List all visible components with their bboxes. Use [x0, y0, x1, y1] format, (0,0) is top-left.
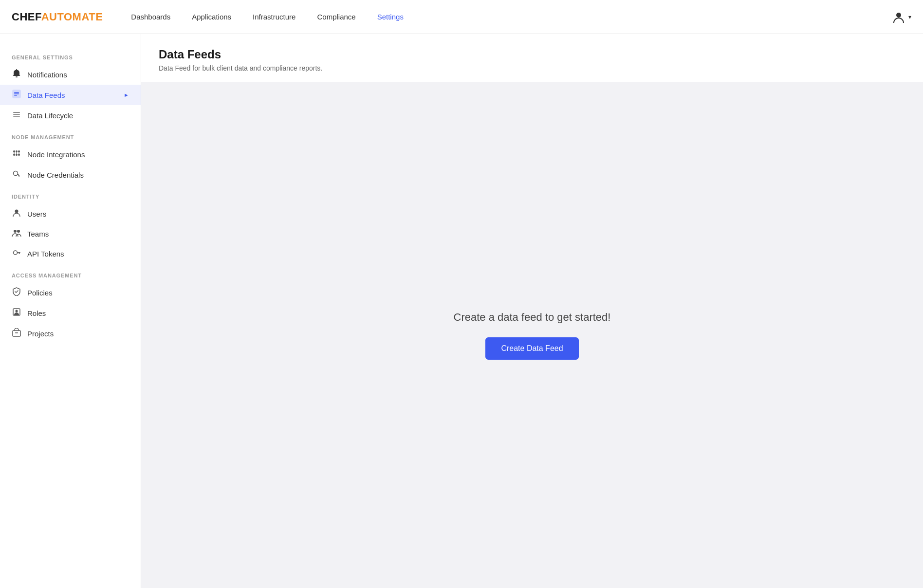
sidebar-section-identity: IDENTITY	[0, 185, 141, 203]
sidebar-item-policies-label: Policies	[27, 289, 129, 297]
sidebar-item-node-credentials[interactable]: Node Credentials	[0, 165, 141, 185]
sidebar-item-projects[interactable]: Projects	[0, 323, 141, 344]
svg-point-9	[13, 150, 15, 152]
sidebar-item-node-integrations[interactable]: Node Integrations	[0, 144, 141, 165]
sidebar-item-roles[interactable]: Roles	[0, 303, 141, 323]
policies-icon	[12, 287, 21, 298]
sidebar-item-data-feeds-label: Data Feeds	[27, 91, 118, 99]
svg-point-29	[16, 310, 18, 312]
sidebar-item-users[interactable]: Users	[0, 203, 141, 224]
svg-rect-1	[16, 76, 18, 77]
sidebar-item-data-lifecycle[interactable]: Data Lifecycle	[0, 105, 141, 126]
node-integrations-icon	[12, 149, 21, 160]
nav-settings[interactable]: Settings	[369, 9, 412, 25]
sidebar-item-data-lifecycle-label: Data Lifecycle	[27, 111, 129, 120]
sidebar-item-teams-label: Teams	[27, 230, 129, 238]
sidebar-item-teams[interactable]: Teams	[0, 224, 141, 243]
data-feeds-arrow-icon: ►	[124, 92, 129, 98]
page-header: Data Feeds Data Feed for bulk client dat…	[141, 34, 923, 82]
svg-point-13	[16, 154, 18, 156]
svg-rect-3	[14, 92, 19, 93]
nav-links: Dashboards Applications Infrastructure C…	[122, 9, 891, 25]
user-avatar-icon	[891, 9, 906, 25]
app-layout: GENERAL SETTINGS Notifications Data Feed…	[0, 34, 923, 588]
svg-point-21	[15, 210, 18, 213]
sidebar-item-notifications-label: Notifications	[27, 71, 129, 79]
sidebar-item-roles-label: Roles	[27, 309, 129, 317]
sidebar-item-policies[interactable]: Policies	[0, 282, 141, 303]
page-title: Data Feeds	[159, 48, 905, 61]
nav-infrastructure[interactable]: Infrastructure	[244, 9, 304, 25]
lifecycle-icon	[12, 110, 21, 121]
svg-point-14	[18, 154, 20, 156]
node-credentials-icon	[12, 169, 21, 180]
sidebar-item-notifications[interactable]: Notifications	[0, 64, 141, 85]
page-subtitle: Data Feed for bulk client data and compl…	[159, 64, 905, 72]
svg-rect-7	[13, 114, 20, 115]
brand-logo[interactable]: CHEFAUTOMATE	[12, 11, 103, 23]
create-data-feed-button[interactable]: Create Data Feed	[485, 337, 578, 360]
svg-point-24	[14, 251, 18, 255]
empty-state-message: Create a data feed to get started!	[454, 311, 611, 324]
sidebar-section-node-mgmt: NODE MANAGEMENT	[0, 126, 141, 144]
svg-rect-4	[14, 93, 19, 94]
roles-icon	[12, 308, 21, 318]
nav-dashboards[interactable]: Dashboards	[122, 9, 179, 25]
svg-rect-5	[14, 95, 17, 96]
api-tokens-icon	[12, 248, 21, 259]
brand-chef: CHEF	[12, 11, 41, 23]
svg-rect-31	[15, 332, 18, 333]
svg-point-12	[13, 154, 15, 156]
svg-point-22	[14, 230, 17, 233]
svg-point-23	[17, 230, 20, 233]
teams-icon	[12, 229, 21, 239]
sidebar-section-access-mgmt: ACCESS MANAGEMENT	[0, 264, 141, 282]
bell-icon	[12, 69, 21, 80]
svg-rect-26	[19, 252, 20, 254]
page-body: Create a data feed to get started! Creat…	[141, 82, 923, 588]
user-chevron-icon: ▾	[908, 14, 911, 20]
top-navigation: CHEFAUTOMATE Dashboards Applications Inf…	[0, 0, 923, 34]
sidebar-item-node-integrations-label: Node Integrations	[27, 150, 129, 159]
svg-point-0	[896, 13, 901, 18]
svg-rect-8	[13, 116, 20, 117]
svg-rect-30	[13, 331, 20, 336]
sidebar-item-projects-label: Projects	[27, 330, 129, 338]
sidebar-item-users-label: Users	[27, 210, 129, 218]
users-icon	[12, 208, 21, 219]
sidebar-item-node-credentials-label: Node Credentials	[27, 171, 129, 179]
user-menu[interactable]: ▾	[891, 9, 911, 25]
nav-applications[interactable]: Applications	[183, 9, 240, 25]
sidebar-item-data-feeds[interactable]: Data Feeds ►	[0, 85, 141, 105]
svg-point-18	[14, 171, 18, 176]
nav-compliance[interactable]: Compliance	[308, 9, 364, 25]
main-content: Data Feeds Data Feed for bulk client dat…	[141, 34, 923, 588]
svg-rect-27	[18, 252, 19, 254]
sidebar-section-general: GENERAL SETTINGS	[0, 46, 141, 64]
sidebar-item-api-tokens[interactable]: API Tokens	[0, 243, 141, 264]
sidebar-item-api-tokens-label: API Tokens	[27, 250, 129, 258]
projects-icon	[12, 328, 21, 339]
sidebar: GENERAL SETTINGS Notifications Data Feed…	[0, 34, 141, 588]
svg-point-10	[16, 150, 18, 152]
datafeed-icon	[12, 90, 21, 100]
svg-point-11	[18, 150, 20, 152]
brand-automate: AUTOMATE	[41, 11, 103, 23]
svg-rect-6	[13, 112, 20, 113]
